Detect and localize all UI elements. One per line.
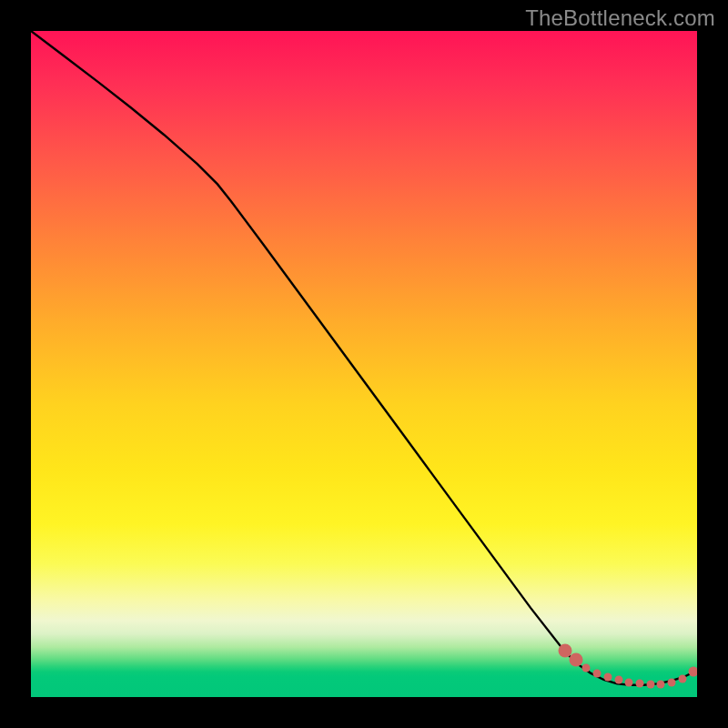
floor-dot-icon [625, 678, 633, 686]
floor-dot-icon [678, 674, 686, 682]
floor-dot-icon [646, 681, 654, 689]
watermark-text: TheBottleneck.com [525, 5, 715, 31]
bottleneck-curve [31, 31, 697, 697]
floor-dot-icon [689, 667, 697, 677]
floor-dot-icon [603, 673, 612, 682]
floor-dot-icon [582, 663, 591, 672]
curve-path [31, 31, 697, 685]
plot-area [31, 31, 697, 697]
floor-dot-icon [657, 681, 665, 689]
floor-dot-icon [593, 669, 602, 677]
floor-dot-icon [668, 678, 676, 686]
chart-stage: TheBottleneck.com [0, 0, 728, 728]
floor-dot-icon [569, 653, 582, 667]
floor-dot-icon [614, 675, 622, 683]
floor-dot-icon [636, 680, 644, 688]
